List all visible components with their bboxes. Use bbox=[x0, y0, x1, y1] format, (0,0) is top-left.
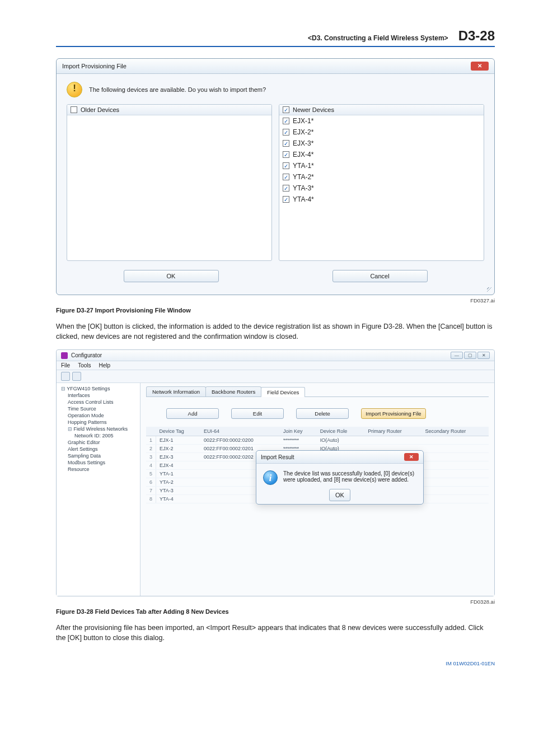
page-number: D3-28 bbox=[458, 28, 495, 44]
maximize-button[interactable]: ▢ bbox=[464, 352, 476, 359]
minimize-button[interactable]: — bbox=[451, 352, 463, 359]
add-button[interactable]: Add bbox=[166, 408, 219, 419]
tree-item[interactable]: Modbus Settings bbox=[58, 459, 139, 466]
tree-item[interactable]: Field Wireless Networks bbox=[58, 426, 139, 432]
tree-item[interactable]: Graphic Editor bbox=[58, 439, 139, 446]
tree-item[interactable]: YFGW410 Settings bbox=[58, 385, 139, 392]
device-checkbox[interactable] bbox=[283, 162, 289, 169]
tree-item[interactable]: Hopping Patterns bbox=[58, 419, 139, 426]
doc-section-title: <D3. Constructing a Field Wireless Syste… bbox=[308, 34, 448, 42]
tab-backbone-routers[interactable]: Backbone Routers bbox=[205, 386, 261, 396]
device-label: YTA-4* bbox=[293, 195, 314, 203]
ok-button[interactable]: OK bbox=[329, 489, 350, 501]
toolbar-button[interactable] bbox=[61, 372, 70, 381]
close-button[interactable]: ✕ bbox=[471, 62, 489, 71]
device-checkbox[interactable] bbox=[283, 185, 289, 192]
device-checkbox[interactable] bbox=[283, 140, 289, 147]
older-devices-list[interactable]: Older Devices bbox=[67, 104, 272, 261]
menu-tools[interactable]: Tools bbox=[78, 362, 91, 368]
older-devices-header: Older Devices bbox=[81, 106, 119, 113]
col-device-tag[interactable]: Device Tag bbox=[156, 427, 201, 436]
app-icon bbox=[61, 352, 68, 359]
older-select-all-checkbox[interactable] bbox=[71, 106, 77, 113]
configurator-window: Configurator — ▢ ✕ File Tools Help YFGW4… bbox=[56, 349, 495, 596]
resize-grip-icon[interactable] bbox=[487, 287, 493, 293]
device-label: EJX-4* bbox=[293, 151, 313, 158]
figure-file-id: FD0328.ai bbox=[56, 599, 495, 605]
import-provisioning-button[interactable]: Import Provisioning File bbox=[361, 408, 426, 419]
toolbar bbox=[57, 370, 494, 383]
tree-item[interactable]: Network ID: 2005 bbox=[58, 432, 139, 439]
nav-tree[interactable]: YFGW410 Settings Interfaces Access Contr… bbox=[57, 383, 140, 596]
col-secondary-router[interactable]: Secondary Router bbox=[422, 427, 489, 436]
device-checkbox[interactable] bbox=[283, 151, 289, 158]
menu-bar: File Tools Help bbox=[57, 361, 494, 370]
menu-help[interactable]: Help bbox=[99, 362, 110, 368]
device-label: EJX-2* bbox=[293, 128, 313, 136]
tree-item[interactable]: Resource bbox=[58, 466, 139, 473]
newer-devices-list[interactable]: Newer Devices EJX-1* EJX-2* EJX-3* EJX-4… bbox=[279, 104, 484, 261]
body-paragraph: When the [OK] button is clicked, the inf… bbox=[56, 321, 495, 342]
newer-select-all-checkbox[interactable] bbox=[283, 106, 289, 113]
tab-field-devices[interactable]: Field Devices bbox=[261, 387, 305, 397]
dialog-title: Import Provisioning File bbox=[62, 63, 127, 69]
tree-item[interactable]: Time Source bbox=[58, 405, 139, 412]
tree-item[interactable]: Interfaces bbox=[58, 392, 139, 399]
device-checkbox[interactable] bbox=[283, 174, 289, 180]
figure-caption: Figure D3-28 Field Devices Tab after Add… bbox=[56, 608, 495, 615]
import-result-dialog: Import Result ✕ i The device list was su… bbox=[256, 450, 424, 505]
cancel-button[interactable]: Cancel bbox=[332, 270, 428, 282]
tree-item[interactable]: Operation Mode bbox=[58, 412, 139, 419]
popup-title: Import Result bbox=[261, 454, 294, 460]
close-button[interactable]: ✕ bbox=[477, 352, 490, 359]
close-button[interactable]: ✕ bbox=[404, 453, 419, 461]
tree-item[interactable]: Access Control Lists bbox=[58, 399, 139, 405]
toolbar-button[interactable] bbox=[72, 372, 81, 381]
delete-button[interactable]: Delete bbox=[296, 408, 349, 419]
import-provisioning-dialog: Import Provisioning File ✕ The following… bbox=[56, 58, 495, 295]
window-title: Configurator bbox=[71, 352, 102, 358]
newer-devices-header: Newer Devices bbox=[293, 106, 334, 113]
tree-item[interactable]: Sampling Data bbox=[58, 452, 139, 459]
footer-doc-id: IM 01W02D01-01EN bbox=[56, 660, 495, 666]
device-label: EJX-1* bbox=[293, 117, 313, 125]
tree-item[interactable]: Alert Settings bbox=[58, 446, 139, 452]
figure-caption: Figure D3-27 Import Provisioning File Wi… bbox=[56, 307, 495, 314]
device-label: YTA-2* bbox=[293, 173, 314, 181]
dialog-message: The following devices are available. Do … bbox=[89, 86, 266, 93]
device-label: YTA-3* bbox=[293, 184, 314, 192]
popup-message: The device list was successfully loaded,… bbox=[283, 470, 416, 483]
device-label: YTA-1* bbox=[293, 162, 314, 170]
edit-button[interactable]: Edit bbox=[231, 408, 284, 419]
col-eui[interactable]: EUI-64 bbox=[200, 427, 280, 436]
device-checkbox[interactable] bbox=[283, 118, 289, 124]
device-checkbox[interactable] bbox=[283, 129, 289, 136]
device-label: EJX-3* bbox=[293, 139, 313, 147]
body-paragraph: After the provisioning file has been imp… bbox=[56, 623, 495, 643]
info-icon: i bbox=[263, 470, 278, 485]
col-join-key[interactable]: Join Key bbox=[280, 427, 317, 436]
figure-file-id: FD0327.ai bbox=[56, 297, 495, 304]
warning-icon bbox=[67, 82, 82, 97]
tab-network-info[interactable]: Network Information bbox=[146, 386, 206, 396]
col-primary-router[interactable]: Primary Router bbox=[364, 427, 421, 436]
table-row[interactable]: 1EJX-10022:FF00:0002:0200********IO(Auto… bbox=[146, 436, 489, 445]
col-device-role[interactable]: Device Role bbox=[317, 427, 364, 436]
device-checkbox[interactable] bbox=[283, 196, 289, 203]
menu-file[interactable]: File bbox=[61, 362, 70, 368]
ok-button[interactable]: OK bbox=[124, 270, 219, 282]
